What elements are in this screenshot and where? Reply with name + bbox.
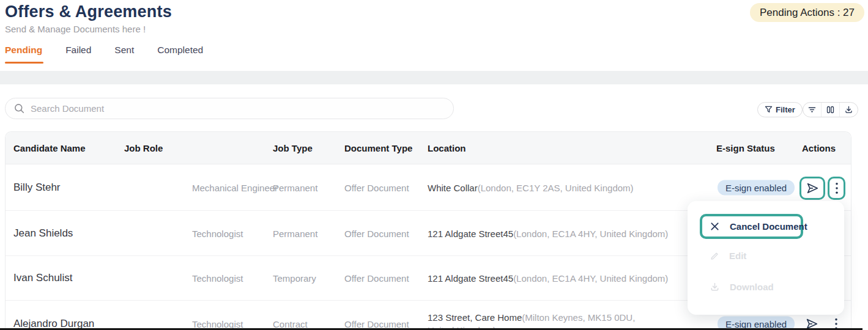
menu-item-label: Edit [729,251,746,261]
job-type: Permanent [273,182,317,193]
column-header-location: Location [428,143,466,153]
x-close-icon [710,222,719,231]
menu-item-download-disabled: Download [710,282,774,292]
funnel-icon [765,106,773,114]
page-subtitle: Send & Manage Documents here ! [5,24,146,34]
menu-item-cancel-document[interactable]: Cancel Document [700,214,803,239]
tab-pending[interactable]: Pending [5,45,42,56]
tab-bar: Pending Failed Sent Completed [5,45,203,56]
location-main: White Collar [428,182,478,193]
document-type: Offer Document [344,273,409,284]
candidate-name: Billy Stehr [13,182,61,194]
location-detail: (London, EC1A 4HY, United Kingdom) [513,228,668,238]
paper-plane-icon [806,182,819,195]
download-icon [710,282,720,292]
pencil-edit-icon [710,251,719,261]
candidate-name: Ivan Schulist [13,272,72,284]
menu-item-label: Cancel Document [730,221,807,232]
document-type: Offer Document [344,318,409,329]
filter-lines-icon[interactable] [803,103,821,117]
kebab-menu-icon [835,182,839,195]
columns-icon[interactable] [821,103,839,117]
location: 121 Aldgate Street45(London, EC1A 4HY, U… [428,227,672,240]
job-role: Mechanical Engineer [192,182,278,193]
document-type: Offer Document [344,182,409,193]
job-type: Contract [273,318,308,329]
tab-failed[interactable]: Failed [65,45,91,56]
esign-status-badge: E-sign enabled [718,180,795,195]
download-icon[interactable] [839,103,858,117]
location-main: 121 Aldgate Street45 [428,228,513,238]
filter-button[interactable]: Filter [757,102,803,117]
content-divider-band [0,71,868,84]
column-header-candidate-name: Candidate Name [13,143,86,153]
job-role: Technologist [192,318,243,329]
location: 121 Aldgate Street45(London, EC1A 4HY, U… [428,272,672,285]
location-main: 121 Aldgate Street45 [428,273,513,284]
job-type: Permanent [273,228,317,238]
search-input[interactable] [31,103,445,114]
job-type: Temporary [273,273,316,284]
job-role: Technologist [192,273,243,284]
offers-agreements-page: Offers & Agreements Send & Manage Docume… [0,0,868,330]
column-header-esign-status: E-sign Status [716,143,775,153]
table-tools-group [803,102,858,117]
tab-sent[interactable]: Sent [114,45,134,56]
column-header-actions: Actions [802,143,836,153]
column-header-job-role: Job Role [124,143,163,153]
menu-item-edit-disabled: Edit [710,251,746,261]
table-header-row: Candidate Name Job Role Job Type Documen… [6,132,851,164]
job-role: Technologist [192,228,243,238]
filter-button-label: Filter [776,105,795,114]
tab-completed[interactable]: Completed [157,45,203,56]
row-actions-dropdown-menu: Cancel Document Edit Download [688,201,844,315]
page-title: Offers & Agreements [5,2,172,21]
search-bar[interactable] [5,98,454,119]
document-type: Offer Document [344,228,409,238]
send-document-button-highlighted[interactable] [799,177,825,200]
location-main: 123 Street, Care Home [428,312,522,323]
location-detail: (London, EC1Y 2AS, United Kingdom) [478,182,634,193]
location-detail: (London, EC1A 4HY, United Kingdom) [513,273,668,284]
row-actions-menu-button-highlighted[interactable] [828,177,845,200]
column-header-job-type: Job Type [273,143,313,153]
pending-actions-badge: Pending Actions : 27 [750,3,864,22]
location: White Collar(London, EC1Y 2AS, United Ki… [428,181,672,194]
menu-item-label: Download [730,282,774,292]
candidate-name: Jean Shields [13,227,73,240]
location: 123 Street, Care Home(Milton Keynes, MK1… [428,311,663,330]
bottom-divider-line [0,328,862,330]
search-icon [14,103,24,114]
column-header-document-type: Document Type [344,143,412,153]
